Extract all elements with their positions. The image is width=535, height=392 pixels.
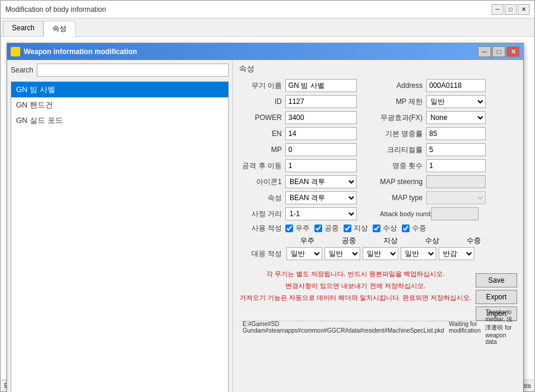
weapon-name-input[interactable] xyxy=(285,79,357,92)
form-row-7: 아이콘1 BEAN 격투 MAP steering xyxy=(239,175,517,188)
search-row: Search xyxy=(11,64,229,77)
compat-ground-select[interactable]: 일반 xyxy=(363,247,398,260)
notice-1: 각 무기는 별도 저장됩니다. 반드시 원본파일을 백업하십시오. xyxy=(239,268,472,280)
form-row-4: EN 기본 명중률 xyxy=(239,127,517,140)
outer-maximize-btn[interactable]: □ xyxy=(505,4,517,15)
col-fx: 무광효과(FX) None xyxy=(380,111,517,124)
outer-title: Modification of body information xyxy=(5,5,492,14)
checkbox-space-input[interactable] xyxy=(285,225,293,232)
compat-header-row: 우주 공중 지상 수상 수중 xyxy=(287,236,517,246)
power-label: POWER xyxy=(239,113,282,122)
inner-status-path: E:#Game#SD Gundam#steamapps#common#GGCR#… xyxy=(243,321,444,334)
left-panel: Search GN 빔 사벨 GN 핸드건 GN 실드 포드 xyxy=(7,60,233,392)
col-move-after: 공격 후 이동 xyxy=(239,159,376,172)
search-label: Search xyxy=(11,66,33,74)
icon1-select[interactable]: BEAN 격투 xyxy=(285,175,357,188)
tab-search[interactable]: Search xyxy=(3,21,43,36)
col-crit: 크리티컬률 xyxy=(380,143,517,156)
tab-properties[interactable]: 속성 xyxy=(43,21,75,37)
attr-select[interactable]: BEAN 격투 xyxy=(285,191,357,204)
col-address: Address xyxy=(380,79,517,92)
range-select[interactable]: 1-1 xyxy=(285,207,357,220)
crit-input[interactable] xyxy=(426,143,486,156)
outer-window: Modification of body information ─ □ ✕ S… xyxy=(0,0,535,392)
col-en: EN xyxy=(239,127,376,140)
notice-area: 각 무기는 별도 저장됩니다. 반드시 원본파일을 백업하십시오. 변경사항이 … xyxy=(239,268,517,321)
notice-2: 변경사항이 있으면 내보내기 전에 저장하십시오. xyxy=(239,280,472,292)
outer-titlebar: Modification of body information ─ □ ✕ xyxy=(1,1,534,18)
base-hit-label: 기본 명중률 xyxy=(380,129,423,139)
notice-3: 가져오기 기능은 자동으로 데이터 헤더와 일치시킵니다. 완료되면 저장하십시… xyxy=(239,292,472,304)
inner-status-thanks: Thanks to mediar, 浅澤遭明 for weapon data xyxy=(485,309,514,345)
id-label: ID xyxy=(239,97,282,106)
compat-water-select[interactable]: 일반 xyxy=(401,247,436,260)
checkbox-underwater-label: 수중 xyxy=(412,223,426,233)
mp-limit-select[interactable]: 일반 xyxy=(426,95,486,108)
checkbox-underwater-input[interactable] xyxy=(402,225,410,232)
form-row-5: MP 크리티컬률 xyxy=(239,143,517,156)
inner-window: Weapon information modification ─ □ ✕ Se… xyxy=(7,43,524,392)
compat-row: 대응 적성 일반 일반 일반 일반 xyxy=(239,247,517,260)
en-input[interactable] xyxy=(285,127,357,140)
mp-input[interactable] xyxy=(285,143,357,156)
fx-select[interactable]: None xyxy=(426,111,486,124)
inner-title: Weapon information modification xyxy=(24,48,478,56)
address-label: Address xyxy=(380,81,423,90)
en-label: EN xyxy=(239,129,282,138)
checkbox-underwater: 수중 xyxy=(402,223,426,233)
list-item[interactable]: GN 핸드건 xyxy=(11,97,228,113)
map-steering-input[interactable] xyxy=(426,175,486,188)
hit-count-input[interactable] xyxy=(426,159,486,172)
checkbox-air: 공중 xyxy=(314,223,339,233)
id-input[interactable] xyxy=(285,95,357,108)
col-attr: 속성 BEAN 격투 xyxy=(239,191,376,204)
list-item[interactable]: GN 실드 포드 xyxy=(11,113,228,128)
checkbox-space: 우주 xyxy=(285,223,310,233)
checkbox-air-input[interactable] xyxy=(314,225,322,232)
move-after-input[interactable] xyxy=(285,159,357,172)
form-row-10: 사용 적성 우주 공중 지 xyxy=(239,223,517,233)
fx-label: 무광효과(FX) xyxy=(380,113,423,123)
map-type-select[interactable] xyxy=(426,191,486,204)
compat-header-underwater: 수중 xyxy=(453,236,495,246)
save-button[interactable]: Save xyxy=(476,273,517,287)
range-label: 사정 거리 xyxy=(239,209,282,219)
export-button[interactable]: Export xyxy=(476,290,517,304)
col-mp: MP xyxy=(239,143,376,156)
right-header: 속성 xyxy=(239,64,517,74)
inner-close-btn[interactable]: ✕ xyxy=(506,46,520,57)
col-hit-count: 명중 횟수 xyxy=(380,159,517,172)
base-hit-input[interactable] xyxy=(426,127,486,140)
checkbox-air-label: 공중 xyxy=(325,223,339,233)
checkbox-water-surface-label: 수상 xyxy=(383,223,397,233)
move-after-label: 공격 후 이동 xyxy=(239,161,282,171)
checkbox-ground-input[interactable] xyxy=(344,225,351,232)
col-icon1: 아이콘1 BEAN 격투 xyxy=(239,175,376,188)
address-input[interactable] xyxy=(426,79,486,92)
list-item[interactable]: GN 빔 사벨 xyxy=(11,82,228,97)
compat-underwater-select[interactable]: 반감 xyxy=(439,247,474,260)
notices-col: 각 무기는 별도 저장됩니다. 반드시 원본파일을 백업하십시오. 변경사항이 … xyxy=(239,268,472,304)
outer-minimize-btn[interactable]: ─ xyxy=(492,4,503,15)
inner-minimize-btn[interactable]: ─ xyxy=(478,46,491,57)
checkbox-water-surface: 수상 xyxy=(373,223,397,233)
search-input[interactable] xyxy=(37,64,229,77)
inner-status-bar: E:#Game#SD Gundam#steamapps#common#GGCR#… xyxy=(239,321,517,333)
form-row-9: 사정 거리 1-1 Attack body number xyxy=(239,207,517,220)
form-row-8: 속성 BEAN 격투 MAP type xyxy=(239,191,517,204)
compat-header-ground: 지상 xyxy=(370,236,411,246)
attack-body-label: Attack body number xyxy=(380,210,427,217)
col-weapon-name: 무기 이름 xyxy=(239,79,376,92)
form-row-2: ID MP 제한 일반 xyxy=(239,95,517,108)
compat-space-select[interactable]: 일반 xyxy=(287,247,322,260)
col-base-hit: 기본 명중률 xyxy=(380,127,517,140)
checkbox-water-surface-input[interactable] xyxy=(373,225,380,232)
inner-win-buttons: ─ □ ✕ xyxy=(478,46,520,57)
inner-titlebar: Weapon information modification ─ □ ✕ xyxy=(7,43,523,60)
inner-maximize-btn[interactable]: □ xyxy=(492,46,505,57)
outer-win-buttons: ─ □ ✕ xyxy=(492,4,530,15)
compat-air-select[interactable]: 일반 xyxy=(325,247,360,260)
attack-body-input[interactable] xyxy=(431,207,479,220)
power-input[interactable] xyxy=(285,111,357,124)
outer-close-btn[interactable]: ✕ xyxy=(518,4,530,15)
